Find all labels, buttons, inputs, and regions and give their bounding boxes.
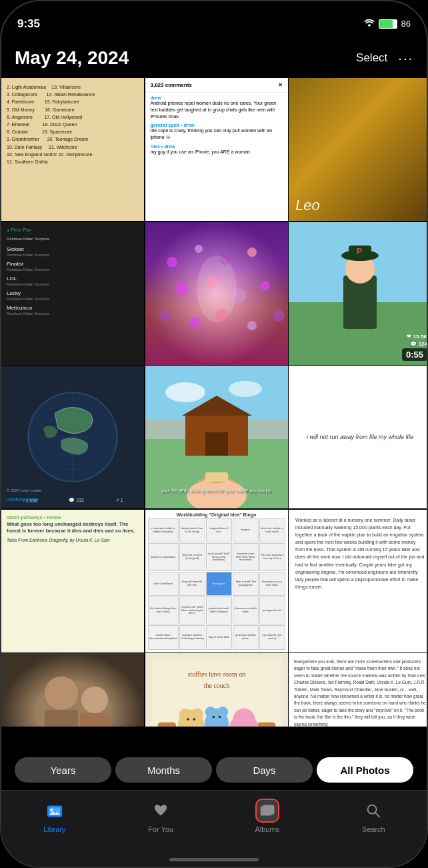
photos-icon xyxy=(43,799,67,823)
stuffies-svg: stuffies have room on the couch xyxy=(151,659,283,727)
comments-body: drew Android phones repel women dude no … xyxy=(145,93,288,221)
starlit-handle: starlit-pathways • Follow xyxy=(7,515,139,520)
grid-row-1: 2. Light Academiae 13. Villaincore 3. Co… xyxy=(1,78,427,221)
photo-cell-globe[interactable]: ↑ 2,606 💬 232 ↗ 1 © 2024 Leon Lewis u/be… xyxy=(1,366,144,508)
grid-row-5: stuffies have room on the couch Everywhe… xyxy=(1,653,427,727)
track-sickset: SicksetRainbow Kitten Surprise xyxy=(7,246,139,261)
comments-count: 3,623 comments xyxy=(151,82,192,88)
bingo-cell: largest part of lore is the clergy xyxy=(179,518,205,543)
grid-row-3: ↑ 2,606 💬 232 ↗ 1 © 2024 Leon Lewis u/be… xyxy=(1,366,427,508)
photo-cell-vintage[interactable] xyxy=(1,653,144,727)
home-indicator xyxy=(169,858,259,861)
bingo-grid: in any way similar to religion (pringles… xyxy=(148,518,285,650)
heart-icon xyxy=(149,799,173,823)
bingo-cell: most people "bad" things exist (socialis… xyxy=(206,543,232,570)
photo-cell-starlit[interactable]: starlit-pathways • Follow What goes too … xyxy=(1,510,144,653)
svg-rect-46 xyxy=(80,713,109,727)
header-date: May 24, 2024 xyxy=(15,47,129,69)
playlist-artist: 𝐚 Peter Pan xyxy=(7,228,139,233)
timeline-days[interactable]: Days xyxy=(216,757,313,783)
status-icons: 86 xyxy=(364,19,411,29)
svg-rect-49 xyxy=(157,723,175,727)
track-meticulous: MeticulousRainbow Kitten Surprise xyxy=(7,305,139,320)
timeline-nav: Years Months Days All Photos xyxy=(1,753,427,787)
globe-username: u/bettermentho xyxy=(7,497,38,502)
photo-cell-flowers[interactable] xyxy=(145,222,288,365)
screen: 9:35 86 May 24, 2024 Select xyxy=(1,1,427,867)
more-button[interactable]: ··· xyxy=(398,51,413,66)
photo-grid: 2. Light Academiae 13. Villaincore 3. Co… xyxy=(1,78,427,727)
dynamic-island xyxy=(172,9,256,33)
bingo-cell: "chosen one" when Julius material gain d… xyxy=(179,596,205,624)
photo-cell-bingo[interactable]: Worldbuilding "Original Idea" Bingo in a… xyxy=(145,510,288,653)
svg-point-63 xyxy=(212,716,215,719)
svg-text:P: P xyxy=(357,247,362,256)
svg-rect-44 xyxy=(45,710,78,727)
photo-cell-barn[interactable]: your STUPID fucking ideas for your LAME … xyxy=(145,366,288,508)
track-lol: LOLRainbow Kitten Surprise xyxy=(7,276,139,290)
bingo-free-space: free space xyxy=(206,572,232,596)
grid-row-2: 𝐚 Peter Pan Rainbow Kitten Surprise Sick… xyxy=(1,222,427,365)
svg-line-74 xyxy=(375,813,380,817)
bingo-cell: sex cannon (not canon) xyxy=(259,625,285,650)
albums-icon xyxy=(255,799,279,823)
battery-icon xyxy=(379,19,397,29)
tab-search-label: Search xyxy=(362,825,385,833)
tab-library[interactable]: Library xyxy=(1,799,108,833)
photo-cell-man-field[interactable]: P ❤ 15.5K 💬 124 0:55 xyxy=(289,222,427,365)
globe-credit: © 2024 Leon Lewis xyxy=(7,488,41,492)
grid-row-4: starlit-pathways • Follow What goes too … xyxy=(1,510,427,653)
barn-caption: your STUPID fucking ideas for your LAME … xyxy=(151,483,283,495)
svg-point-9 xyxy=(159,310,171,322)
photo-cell-screenwriters[interactable]: Everywhere you look, there are more scre… xyxy=(289,653,427,727)
timeline-years[interactable]: Years xyxy=(15,757,111,783)
svg-rect-39 xyxy=(205,472,228,482)
tab-search[interactable]: Search xyxy=(321,799,427,833)
bingo-cell: magical laws of love xyxy=(206,518,232,543)
photo-cell-playlist[interactable]: 𝐚 Peter Pan Rainbow Kitten Surprise Sick… xyxy=(1,222,144,365)
bingo-cell: when too similar to main world xyxy=(259,518,285,543)
svg-rect-72 xyxy=(263,805,274,815)
photo-cell-leo[interactable]: Leo xyxy=(289,78,427,221)
bingo-cell: dragons xyxy=(233,518,259,543)
photo-cell-aesthetic-list[interactable]: 2. Light Academiae 13. Villaincore 3. Co… xyxy=(1,78,144,221)
bingo-cell: the main important host city is here xyxy=(259,543,285,570)
timeline-months[interactable]: Months xyxy=(115,757,212,783)
bingo-cell: old nation (taking from dark souls) xyxy=(148,596,179,624)
comment-2: general spud • drew the cope is crazy, t… xyxy=(151,123,283,141)
photo-cell-comments[interactable]: 3,623 comments ✕ drew Android phones rep… xyxy=(145,78,288,221)
tab-for-you[interactable]: For You xyxy=(108,799,215,833)
vintage-svg xyxy=(1,653,144,727)
timeline-all-photos[interactable]: All Photos xyxy=(317,757,413,783)
bingo-cell: women face discrimination/simplified xyxy=(148,625,179,650)
aesthetic-list-content: 2. Light Academiae 13. Villaincore 3. Co… xyxy=(1,78,144,221)
bingo-cell: people help each other (creation) xyxy=(206,596,232,624)
video-stats: ❤ 15.5K 💬 124 0:55 xyxy=(402,334,427,361)
tab-albums-label: Albums xyxy=(255,825,279,833)
svg-point-5 xyxy=(175,282,189,296)
playlist-subtitle: Rainbow Kitten Surprise xyxy=(7,237,139,241)
bingo-cell: flag of some kind xyxy=(206,625,232,650)
select-button[interactable]: Select xyxy=(356,51,387,65)
leo-text: Leo xyxy=(295,197,320,214)
svg-point-28 xyxy=(165,382,205,402)
comment-3: riles • drew my guy if you use an iPhone… xyxy=(151,144,283,155)
svg-point-69 xyxy=(50,809,53,811)
svg-point-29 xyxy=(229,381,262,397)
svg-point-4 xyxy=(247,248,257,257)
photo-cell-quote-run[interactable]: i will not run away from life my whole l… xyxy=(289,366,427,508)
bingo-cell: they live on land (unoriginal) xyxy=(179,543,205,570)
video-timer: 0:55 xyxy=(402,348,427,361)
svg-point-43 xyxy=(45,677,78,710)
bingo-cell: protagonist is bi xyxy=(259,596,285,624)
bingo-cell: sort of medieval xyxy=(148,572,179,596)
svg-point-10 xyxy=(190,317,201,328)
tab-albums[interactable]: Albums xyxy=(214,799,321,833)
bingo-cell: they will have life like this xyxy=(179,572,205,596)
photo-cell-stuffies[interactable]: stuffies have room on the couch xyxy=(145,653,288,727)
track-lucky: LuckyRainbow Kitten Surprise xyxy=(7,290,139,305)
bingo-cell: in any way similar to religion (pringles… xyxy=(148,518,179,543)
like-count: ❤ 15.5K xyxy=(407,334,427,340)
flowers-svg xyxy=(145,222,288,365)
photo-cell-engineering[interactable]: Worked as a laborer at a nursery one sum… xyxy=(289,510,427,653)
